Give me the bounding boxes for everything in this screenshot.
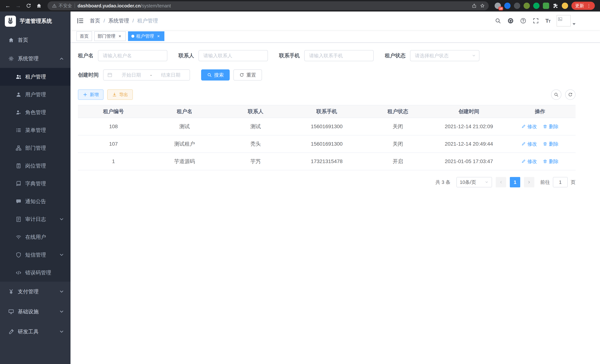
breadcrumb-separator: / [132,18,134,24]
delete-link[interactable]: 删除 [543,141,558,147]
next-page-button[interactable] [524,177,534,187]
trash-icon [543,159,547,164]
sidebar-item-dept[interactable]: 部门管理 [0,139,71,157]
reset-button[interactable]: 重置 [233,69,262,81]
tab-home[interactable]: 首页 [76,31,92,41]
reload-button[interactable] [24,1,33,10]
page-number-button[interactable]: 1 [510,177,520,187]
sidebar-item-devtools[interactable]: 研发工具 [0,322,71,342]
refresh-table-button[interactable] [565,89,575,100]
extension-icon-6[interactable] [543,3,549,9]
column-header: 租户名 [149,108,220,115]
extension-badge: 10 [498,7,503,10]
close-icon[interactable]: × [117,34,122,39]
sidebar-item-role[interactable]: 角色管理 [0,103,71,121]
profile-avatar[interactable] [562,3,568,9]
list-icon [16,127,21,133]
breadcrumb-home[interactable]: 首页 [90,17,100,24]
tab-dept[interactable]: 部门管理 × [94,31,126,41]
sidebar-item-tenant[interactable]: 租户管理 [0,68,71,86]
delete-link[interactable]: 删除 [543,158,558,165]
contact-input[interactable] [198,50,268,61]
extensions-puzzle-icon[interactable] [553,3,558,9]
share-icon[interactable] [472,3,477,8]
caret-down-icon [572,23,575,25]
user-avatar-menu[interactable] [557,15,575,27]
main-area: 首页 / 系统管理 / 租户管理 TT [71,11,600,364]
close-icon[interactable]: × [156,34,161,39]
goto-page-input[interactable] [553,177,568,187]
refresh-icon [568,92,573,97]
goto-page: 前往 页 [540,177,575,187]
contact-label: 联系人 [178,52,194,59]
tenant-name-label: 租户名 [78,52,94,59]
export-button[interactable]: 导出 [107,89,133,100]
search-icon[interactable] [495,18,501,24]
extension-icon-2[interactable] [504,3,511,9]
github-icon[interactable] [507,18,514,24]
extension-icon-3[interactable] [514,3,520,9]
page-size-select[interactable]: 10条/页 [456,177,492,187]
sidebar-item-notice[interactable]: 通知公告 [0,193,71,210]
chevron-down-icon [485,180,489,184]
sidebar-item-user[interactable]: 用户管理 [0,86,71,103]
update-button[interactable]: 更新⋮ [572,2,595,10]
sidebar-item-system[interactable]: 系统管理 [0,49,71,68]
browser-menu-icon[interactable]: ⋮ [587,3,591,8]
filter-buttons: 搜索 重置 [201,69,262,81]
edit-link[interactable]: 修改 [521,158,537,165]
trash-icon [543,124,547,129]
sidebar-fold-icon[interactable] [76,17,84,25]
sidebar-item-infra[interactable]: 基础设施 [0,302,71,322]
sidebar: 芋道管理系统 首页 系统管理 租户管理 [0,11,71,364]
bookmark-star-icon[interactable] [480,3,485,8]
status-select[interactable] [410,50,479,61]
phone-input[interactable] [304,50,374,61]
delete-link[interactable]: 删除 [543,123,558,130]
fullscreen-icon[interactable] [533,18,539,24]
sidebar-item-dict[interactable]: 字典管理 [0,175,71,193]
url-path: /system/tenant [141,3,171,8]
badge-icon [16,163,21,169]
phone-label: 联系手机 [279,52,300,59]
address-bar[interactable]: 不安全 dashboard.yudao.iocoder.cn/system/te… [47,1,489,10]
sidebar-item-menu[interactable]: 菜单管理 [0,121,71,139]
security-status[interactable]: 不安全 [52,3,72,9]
sidebar-item-errorcode[interactable]: 错误码管理 [0,264,71,282]
date-end-placeholder: 结束日期 [155,72,186,78]
toggle-search-button[interactable] [551,89,562,100]
back-button[interactable]: ← [3,1,13,10]
sidebar-item-auditlog[interactable]: 审计日志 [0,210,71,228]
extension-icon-5[interactable] [533,3,540,9]
sidebar-item-home[interactable]: 首页 [0,31,71,49]
sidebar-item-sms[interactable]: 短信管理 [0,246,71,264]
tenant-name-input[interactable] [98,50,167,61]
pagination: 共 3 条 10条/页 1 前往 页 [78,177,575,187]
edit-link[interactable]: 修改 [521,141,537,147]
breadcrumb-system[interactable]: 系统管理 [108,17,129,24]
extension-icon-4[interactable] [524,3,530,9]
user-icon [16,92,21,98]
prev-page-button[interactable] [496,177,506,187]
log-icon [16,216,21,222]
extension-icon-1[interactable]: 10 [495,3,501,9]
edit-link[interactable]: 修改 [521,123,537,130]
search-button[interactable]: 搜索 [201,69,230,81]
browser-home-button[interactable] [34,1,44,10]
date-range-picker[interactable]: 开始日期 - 结束日期 [103,69,190,81]
tab-tenant[interactable]: 租户管理 × [128,31,164,41]
create-time-label: 创建时间 [78,71,99,78]
filter-tenant-name: 租户名 [78,50,167,61]
forward-button[interactable]: → [13,1,23,10]
sidebar-item-post[interactable]: 岗位管理 [0,157,71,175]
help-icon[interactable] [520,18,526,24]
app-logo[interactable]: 芋道管理系统 [0,11,71,31]
add-button[interactable]: 新增 [78,89,103,100]
dashboard-icon [8,37,14,43]
sidebar-item-online[interactable]: 在线用户 [0,228,71,246]
sidebar-item-pay[interactable]: 支付管理 [0,282,71,302]
active-dot [131,35,134,38]
breadcrumb-separator: / [103,18,105,24]
font-size-icon[interactable]: TT [545,18,550,24]
url-text: dashboard.yudao.iocoder.cn/system/tenant [77,3,171,9]
